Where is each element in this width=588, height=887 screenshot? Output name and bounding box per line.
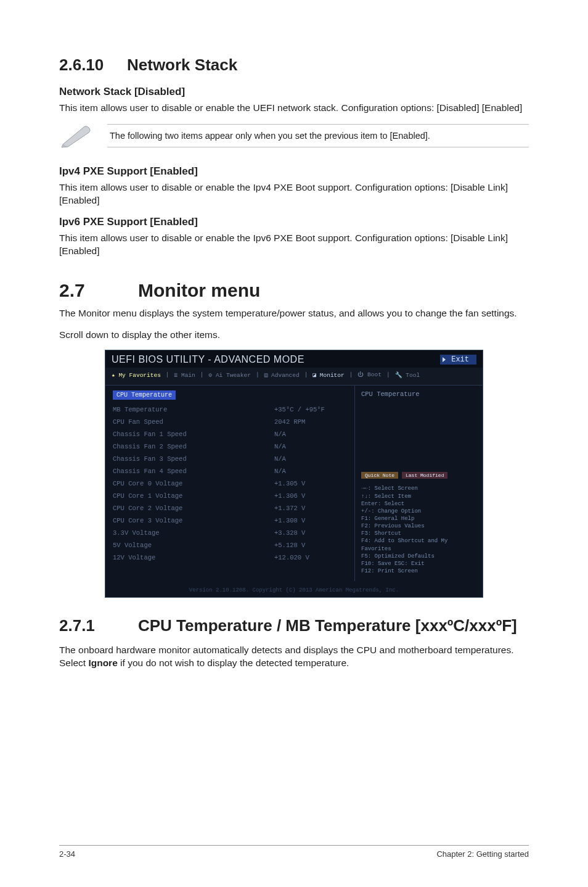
row-value: N/A [274, 455, 348, 463]
network-stack-body: This item allows user to disable or enab… [59, 102, 529, 115]
bios-titlebar: UEFI BIOS UTILITY - ADVANCED MODE Exit [105, 350, 483, 368]
row-value: +35°C / +95°F [274, 406, 348, 413]
row-label: 5V Voltage [113, 542, 152, 549]
row-value: 2042 RPM [274, 418, 348, 426]
body-post: if you do not wish to display the detect… [118, 658, 349, 668]
row-label: Chassis Fan 3 Speed [113, 455, 187, 463]
tab-tool[interactable]: 🔧 Tool [395, 371, 420, 379]
tab-advanced[interactable]: ▤ Advanced [264, 371, 300, 379]
row-value: +12.020 V [274, 554, 348, 561]
ipv4-body: This item allows user to disable or enab… [59, 181, 529, 207]
tab-monitor[interactable]: ◪ Monitor [312, 371, 344, 379]
row-value: +1.308 V [274, 517, 348, 524]
row-label: CPU Core 2 Voltage [113, 505, 182, 512]
ipv6-subhead: Ipv6 PXE Support [Enabled] [59, 216, 529, 228]
row-value: +1.306 V [274, 492, 348, 500]
row-label: CPU Core 1 Voltage [113, 492, 182, 500]
row-label: Chassis Fan 2 Speed [113, 443, 187, 450]
row-value: N/A [274, 431, 348, 438]
row-label: CPU Core 0 Voltage [113, 480, 182, 487]
table-row[interactable]: Chassis Fan 4 SpeedN/A [113, 465, 348, 477]
note-pen-icon [59, 123, 92, 148]
row-value: N/A [274, 468, 348, 475]
bios-version-text: Version 2.10.1208. Copyright (C) 2013 Am… [105, 581, 483, 597]
table-row[interactable]: CPU Core 3 Voltage+1.308 V [113, 514, 348, 527]
table-row[interactable]: 3.3V Voltage+3.328 V [113, 527, 348, 539]
ipv6-body: This item allows user to disable or enab… [59, 232, 529, 258]
section-2-7-1-body: The onboard hardware monitor automatical… [59, 644, 529, 670]
chapter-label: Chapter 2: Getting started [436, 849, 529, 859]
bios-right-panel: CPU Temperature Quick Note Last Modified… [354, 386, 483, 581]
row-value: +1.372 V [274, 505, 348, 512]
bios-left-panel: CPU Temperature MB Temperature+35°C / +9… [105, 386, 354, 581]
monitor-intro-2: Scroll down to display the other items. [59, 329, 529, 342]
table-row[interactable]: CPU Core 2 Voltage+1.372 V [113, 502, 348, 514]
heading-text: Monitor menu [138, 280, 260, 300]
row-label: 3.3V Voltage [113, 529, 160, 537]
table-row[interactable]: CPU Core 0 Voltage+1.305 V [113, 477, 348, 490]
bios-tabs: ★ My Favorites | ≣ Main | ⚙ Ai Tweaker |… [105, 368, 483, 386]
table-row[interactable]: Chassis Fan 1 SpeedN/A [113, 428, 348, 440]
row-value: N/A [274, 443, 348, 450]
quick-note-button[interactable]: Quick Note [361, 472, 398, 479]
table-row[interactable]: MB Temperature+35°C / +95°F [113, 403, 348, 416]
heading-number: 2.7 [59, 280, 138, 301]
table-row[interactable]: 5V Voltage+5.128 V [113, 539, 348, 551]
tab-boot[interactable]: ⏻ Boot [357, 371, 382, 379]
note-callout: The following two items appear only when… [59, 123, 529, 148]
row-label: 12V Voltage [113, 554, 155, 561]
row-label: CPU Core 3 Voltage [113, 517, 182, 524]
table-row[interactable]: Chassis Fan 2 SpeedN/A [113, 440, 348, 453]
note-text: The following two items appear only when… [107, 124, 529, 147]
heading-2-6-10: 2.6.10Network Stack [59, 56, 529, 75]
network-stack-subhead: Network Stack [Disabled] [59, 86, 529, 98]
row-value: +1.305 V [274, 480, 348, 487]
table-row[interactable]: CPU Core 1 Voltage+1.306 V [113, 490, 348, 502]
monitor-intro-1: The Monitor menu displays the system tem… [59, 307, 529, 320]
heading-2-7-1: 2.7.1CPU Temperature / MB Temperature [x… [59, 616, 529, 635]
last-modified-button[interactable]: Last Modified [402, 472, 447, 479]
row-label: CPU Fan Speed [113, 418, 163, 426]
table-row[interactable]: Chassis Fan 3 SpeedN/A [113, 453, 348, 465]
bios-main-area: CPU Temperature MB Temperature+35°C / +9… [105, 386, 483, 581]
row-label: Chassis Fan 1 Speed [113, 431, 187, 438]
table-row[interactable]: CPU Fan Speed2042 RPM [113, 416, 348, 428]
heading-number: 2.6.10 [59, 56, 127, 75]
heading-text: CPU Temperature / MB Temperature [xxxºC/… [138, 616, 517, 635]
page-number: 2-34 [59, 849, 75, 859]
bios-right-header: CPU Temperature [361, 390, 478, 398]
heading-text: Network Stack [127, 56, 237, 74]
tab-ai-tweaker[interactable]: ⚙ Ai Tweaker [208, 371, 250, 379]
row-value: +5.128 V [274, 542, 348, 549]
table-row[interactable]: 12V Voltage+12.020 V [113, 551, 348, 564]
ipv4-subhead: Ipv4 PXE Support [Enabled] [59, 165, 529, 178]
heading-number: 2.7.1 [59, 616, 138, 635]
heading-2-7: 2.7Monitor menu [59, 280, 529, 301]
bios-selected-row[interactable]: CPU Temperature [113, 390, 176, 400]
row-label: Chassis Fan 4 Speed [113, 468, 187, 475]
bios-window-title: UEFI BIOS UTILITY - ADVANCED MODE [112, 354, 304, 365]
tab-main[interactable]: ≣ Main [174, 371, 195, 379]
bios-exit-button[interactable]: Exit [440, 355, 476, 365]
row-value: +3.328 V [274, 529, 348, 537]
tab-favorites[interactable]: ★ My Favorites [112, 371, 161, 379]
body-bold: Ignore [88, 658, 117, 668]
page-footer: 2-34 Chapter 2: Getting started [59, 845, 529, 859]
bios-help-text: →←: Select Screen ↑↓: Select Item Enter:… [361, 485, 478, 575]
bios-screenshot: UEFI BIOS UTILITY - ADVANCED MODE Exit ★… [105, 350, 483, 598]
quicknote-row: Quick Note Last Modified [361, 472, 478, 479]
row-label: MB Temperature [113, 406, 167, 413]
